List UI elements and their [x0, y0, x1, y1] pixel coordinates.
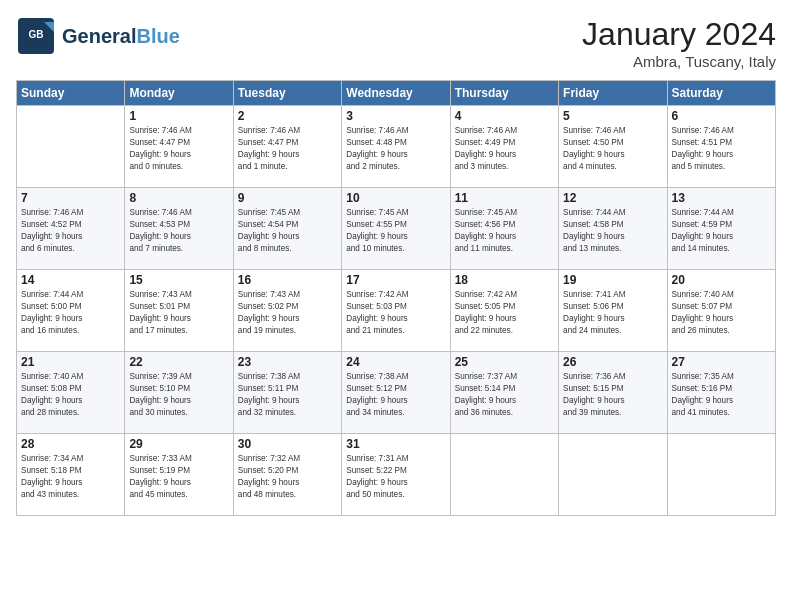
- sunset-text: Sunset: 5:03 PM: [346, 301, 445, 313]
- cell-data: Sunrise: 7:46 AMSunset: 4:51 PMDaylight:…: [672, 125, 771, 173]
- daylight-text: Daylight: 9 hours: [21, 313, 120, 325]
- daylight-text-2: and 24 minutes.: [563, 325, 662, 337]
- daylight-text: Daylight: 9 hours: [346, 231, 445, 243]
- table-cell: 9Sunrise: 7:45 AMSunset: 4:54 PMDaylight…: [233, 188, 341, 270]
- table-cell: 3Sunrise: 7:46 AMSunset: 4:48 PMDaylight…: [342, 106, 450, 188]
- sunrise-text: Sunrise: 7:46 AM: [21, 207, 120, 219]
- daylight-text: Daylight: 9 hours: [455, 395, 554, 407]
- sunset-text: Sunset: 4:48 PM: [346, 137, 445, 149]
- table-cell: [559, 434, 667, 516]
- cell-data: Sunrise: 7:42 AMSunset: 5:03 PMDaylight:…: [346, 289, 445, 337]
- daylight-text: Daylight: 9 hours: [21, 231, 120, 243]
- cell-data: Sunrise: 7:40 AMSunset: 5:07 PMDaylight:…: [672, 289, 771, 337]
- cell-data: Sunrise: 7:42 AMSunset: 5:05 PMDaylight:…: [455, 289, 554, 337]
- sunrise-text: Sunrise: 7:37 AM: [455, 371, 554, 383]
- cell-data: Sunrise: 7:37 AMSunset: 5:14 PMDaylight:…: [455, 371, 554, 419]
- daylight-text-2: and 1 minute.: [238, 161, 337, 173]
- day-number: 20: [672, 273, 771, 287]
- daylight-text: Daylight: 9 hours: [563, 395, 662, 407]
- day-number: 22: [129, 355, 228, 369]
- sunrise-text: Sunrise: 7:45 AM: [455, 207, 554, 219]
- table-row: 14Sunrise: 7:44 AMSunset: 5:00 PMDayligh…: [17, 270, 776, 352]
- day-number: 19: [563, 273, 662, 287]
- logo: GB GeneralBlue: [16, 16, 180, 56]
- sunrise-text: Sunrise: 7:44 AM: [21, 289, 120, 301]
- table-row: 28Sunrise: 7:34 AMSunset: 5:18 PMDayligh…: [17, 434, 776, 516]
- table-cell: 8Sunrise: 7:46 AMSunset: 4:53 PMDaylight…: [125, 188, 233, 270]
- daylight-text: Daylight: 9 hours: [563, 313, 662, 325]
- sunset-text: Sunset: 5:08 PM: [21, 383, 120, 395]
- sunset-text: Sunset: 5:07 PM: [672, 301, 771, 313]
- day-number: 8: [129, 191, 228, 205]
- daylight-text: Daylight: 9 hours: [238, 231, 337, 243]
- day-number: 2: [238, 109, 337, 123]
- table-cell: 1Sunrise: 7:46 AMSunset: 4:47 PMDaylight…: [125, 106, 233, 188]
- col-sunday: Sunday: [17, 81, 125, 106]
- sunrise-text: Sunrise: 7:46 AM: [238, 125, 337, 137]
- daylight-text: Daylight: 9 hours: [563, 231, 662, 243]
- day-number: 25: [455, 355, 554, 369]
- cell-data: Sunrise: 7:40 AMSunset: 5:08 PMDaylight:…: [21, 371, 120, 419]
- daylight-text: Daylight: 9 hours: [455, 149, 554, 161]
- cell-data: Sunrise: 7:45 AMSunset: 4:56 PMDaylight:…: [455, 207, 554, 255]
- daylight-text-2: and 6 minutes.: [21, 243, 120, 255]
- sunset-text: Sunset: 5:22 PM: [346, 465, 445, 477]
- logo-text-block: GeneralBlue: [62, 26, 180, 46]
- cell-data: Sunrise: 7:41 AMSunset: 5:06 PMDaylight:…: [563, 289, 662, 337]
- sunrise-text: Sunrise: 7:35 AM: [672, 371, 771, 383]
- cell-data: Sunrise: 7:46 AMSunset: 4:47 PMDaylight:…: [238, 125, 337, 173]
- col-wednesday: Wednesday: [342, 81, 450, 106]
- sunset-text: Sunset: 4:53 PM: [129, 219, 228, 231]
- col-thursday: Thursday: [450, 81, 558, 106]
- daylight-text: Daylight: 9 hours: [672, 395, 771, 407]
- cell-data: Sunrise: 7:45 AMSunset: 4:54 PMDaylight:…: [238, 207, 337, 255]
- daylight-text-2: and 16 minutes.: [21, 325, 120, 337]
- day-number: 7: [21, 191, 120, 205]
- calendar-table: Sunday Monday Tuesday Wednesday Thursday…: [16, 80, 776, 516]
- daylight-text-2: and 2 minutes.: [346, 161, 445, 173]
- sunrise-text: Sunrise: 7:32 AM: [238, 453, 337, 465]
- daylight-text-2: and 4 minutes.: [563, 161, 662, 173]
- sunset-text: Sunset: 5:18 PM: [21, 465, 120, 477]
- daylight-text-2: and 0 minutes.: [129, 161, 228, 173]
- page: GB GeneralBlue January 2024 Ambra, Tusca…: [0, 0, 792, 612]
- daylight-text-2: and 26 minutes.: [672, 325, 771, 337]
- table-cell: 30Sunrise: 7:32 AMSunset: 5:20 PMDayligh…: [233, 434, 341, 516]
- daylight-text: Daylight: 9 hours: [346, 477, 445, 489]
- sunrise-text: Sunrise: 7:38 AM: [238, 371, 337, 383]
- title-block: January 2024 Ambra, Tuscany, Italy: [582, 16, 776, 70]
- day-number: 29: [129, 437, 228, 451]
- day-number: 11: [455, 191, 554, 205]
- sunrise-text: Sunrise: 7:33 AM: [129, 453, 228, 465]
- sunset-text: Sunset: 5:01 PM: [129, 301, 228, 313]
- daylight-text: Daylight: 9 hours: [129, 313, 228, 325]
- sunrise-text: Sunrise: 7:39 AM: [129, 371, 228, 383]
- daylight-text: Daylight: 9 hours: [129, 395, 228, 407]
- day-number: 27: [672, 355, 771, 369]
- daylight-text-2: and 8 minutes.: [238, 243, 337, 255]
- daylight-text: Daylight: 9 hours: [563, 149, 662, 161]
- daylight-text-2: and 13 minutes.: [563, 243, 662, 255]
- cell-data: Sunrise: 7:46 AMSunset: 4:47 PMDaylight:…: [129, 125, 228, 173]
- cell-data: Sunrise: 7:32 AMSunset: 5:20 PMDaylight:…: [238, 453, 337, 501]
- logo-icon: GB: [16, 16, 56, 56]
- sunset-text: Sunset: 4:55 PM: [346, 219, 445, 231]
- daylight-text: Daylight: 9 hours: [21, 477, 120, 489]
- sunset-text: Sunset: 5:15 PM: [563, 383, 662, 395]
- table-cell: 26Sunrise: 7:36 AMSunset: 5:15 PMDayligh…: [559, 352, 667, 434]
- table-cell: 5Sunrise: 7:46 AMSunset: 4:50 PMDaylight…: [559, 106, 667, 188]
- cell-data: Sunrise: 7:46 AMSunset: 4:50 PMDaylight:…: [563, 125, 662, 173]
- table-cell: 21Sunrise: 7:40 AMSunset: 5:08 PMDayligh…: [17, 352, 125, 434]
- sunset-text: Sunset: 5:10 PM: [129, 383, 228, 395]
- sunset-text: Sunset: 5:14 PM: [455, 383, 554, 395]
- daylight-text: Daylight: 9 hours: [238, 395, 337, 407]
- daylight-text: Daylight: 9 hours: [129, 231, 228, 243]
- cell-data: Sunrise: 7:46 AMSunset: 4:49 PMDaylight:…: [455, 125, 554, 173]
- day-number: 23: [238, 355, 337, 369]
- day-number: 30: [238, 437, 337, 451]
- daylight-text-2: and 17 minutes.: [129, 325, 228, 337]
- table-cell: [450, 434, 558, 516]
- day-number: 1: [129, 109, 228, 123]
- cell-data: Sunrise: 7:43 AMSunset: 5:02 PMDaylight:…: [238, 289, 337, 337]
- daylight-text: Daylight: 9 hours: [21, 395, 120, 407]
